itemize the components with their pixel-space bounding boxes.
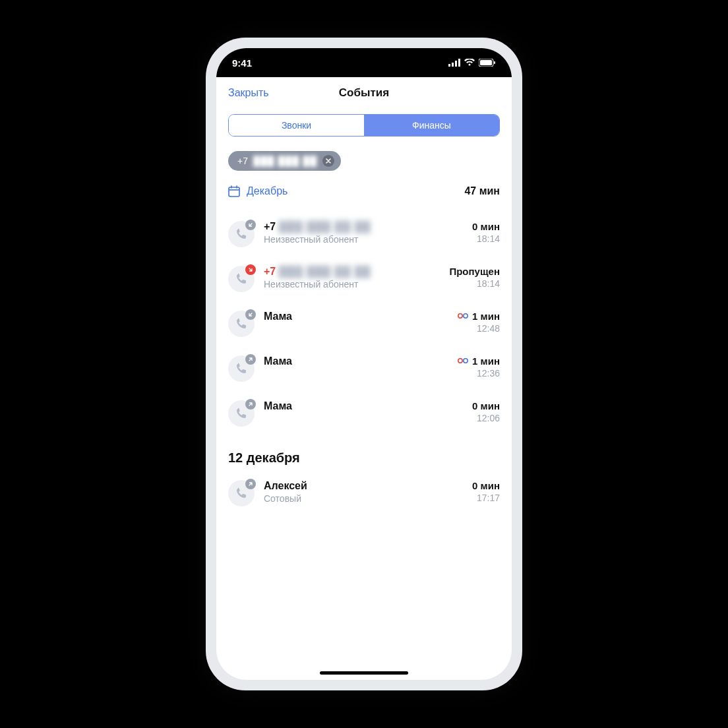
svg-point-14 <box>464 358 468 362</box>
call-type-icon <box>228 311 255 337</box>
call-duration: 1 мин <box>458 311 500 322</box>
call-item[interactable]: Мама1 мин12:36 <box>228 346 500 391</box>
calls-list: +7 ███ ███ ██ ██Неизвестный абонент0 мин… <box>228 212 500 436</box>
filter-chip-close-icon[interactable] <box>322 155 334 167</box>
call-duration: Пропущен <box>449 266 500 277</box>
month-label: Декабрь <box>247 185 288 197</box>
call-info: +7 ███ ███ ██ ██Неизвестный абонентПропу… <box>264 266 500 289</box>
status-icons <box>448 59 496 67</box>
call-name: Алексей <box>264 480 307 492</box>
call-time: 12:36 <box>477 368 500 379</box>
filter-chip[interactable]: +7 ███ ███ ██ <box>228 151 341 171</box>
call-type-icon <box>228 355 255 382</box>
call-time: 18:14 <box>477 233 500 244</box>
calls-list-2: АлексейСотовый0 мин17:17 <box>228 471 500 516</box>
call-name: Мама <box>264 355 292 367</box>
svg-rect-6 <box>494 61 495 64</box>
call-item[interactable]: АлексейСотовый0 мин17:17 <box>228 471 500 516</box>
svg-rect-1 <box>452 63 454 67</box>
page-title: События <box>339 86 389 100</box>
call-info: АлексейСотовый0 мин17:17 <box>264 480 500 504</box>
battery-icon <box>479 59 496 67</box>
call-subtitle: Сотовый <box>264 493 307 504</box>
call-time: 18:14 <box>477 278 500 289</box>
call-time: 12:48 <box>477 323 500 334</box>
month-picker[interactable]: Декабрь <box>228 185 288 197</box>
call-item[interactable]: Мама0 мин12:06 <box>228 391 500 436</box>
call-subtitle: Неизвестный абонент <box>264 279 371 289</box>
svg-point-13 <box>458 358 462 362</box>
svg-rect-3 <box>458 59 460 67</box>
month-summary: Декабрь 47 мин <box>228 185 500 197</box>
call-time: 12:06 <box>477 413 500 423</box>
close-button[interactable]: Закрыть <box>228 87 269 99</box>
call-info: Мама1 мин12:48 <box>264 311 500 334</box>
wifi-icon <box>464 59 475 67</box>
tab-finance[interactable]: Финансы <box>364 115 499 136</box>
calendar-icon <box>228 185 240 197</box>
call-duration: 0 мин <box>472 480 500 491</box>
phone-frame: 9:41 Закрыть События Звонки Финансы +7 █… <box>206 38 522 690</box>
svg-rect-7 <box>229 187 239 197</box>
svg-point-11 <box>458 313 462 317</box>
call-item[interactable]: Мама1 мин12:48 <box>228 301 500 346</box>
call-name: +7 ███ ███ ██ ██ <box>264 266 371 278</box>
svg-rect-2 <box>455 61 457 67</box>
call-subtitle: Неизвестный абонент <box>264 234 371 245</box>
call-type-icon <box>228 221 255 247</box>
call-duration: 0 мин <box>472 400 500 411</box>
cellular-icon <box>448 59 460 67</box>
call-name: Мама <box>264 311 292 322</box>
call-info: Мама0 мин12:06 <box>264 400 500 423</box>
nav-header: Закрыть События <box>216 77 512 109</box>
notch <box>301 48 427 67</box>
call-name: Мама <box>264 400 292 412</box>
call-item[interactable]: +7 ███ ███ ██ ██Неизвестный абонент0 мин… <box>228 212 500 257</box>
call-type-icon <box>228 400 255 427</box>
call-item[interactable]: +7 ███ ███ ██ ██Неизвестный абонентПропу… <box>228 257 500 301</box>
svg-rect-0 <box>448 64 450 67</box>
call-info: +7 ███ ███ ██ ██Неизвестный абонент0 мин… <box>264 221 500 245</box>
svg-rect-5 <box>480 60 492 65</box>
call-duration: 1 мин <box>458 355 500 367</box>
tab-calls[interactable]: Звонки <box>229 115 364 136</box>
filter-chip-masked: ███ ███ ██ <box>253 156 317 166</box>
call-type-icon <box>228 266 255 292</box>
call-type-icon <box>228 480 255 506</box>
svg-point-12 <box>464 313 468 317</box>
phone-screen: 9:41 Закрыть События Звонки Финансы +7 █… <box>216 48 512 680</box>
segmented-control[interactable]: Звонки Финансы <box>228 114 500 136</box>
call-duration: 0 мин <box>472 221 500 232</box>
call-time: 17:17 <box>477 493 500 503</box>
section-date-header: 12 декабря <box>228 450 500 466</box>
filter-chip-prefix: +7 <box>237 156 248 166</box>
content-scroll[interactable]: +7 ███ ███ ██ Декабрь 47 мин +7 ███ ███ … <box>216 139 512 680</box>
status-time: 9:41 <box>232 57 252 69</box>
month-total: 47 мин <box>464 185 500 197</box>
home-indicator[interactable] <box>320 671 408 675</box>
call-info: Мама1 мин12:36 <box>264 355 500 379</box>
call-name: +7 ███ ███ ██ ██ <box>264 221 371 233</box>
